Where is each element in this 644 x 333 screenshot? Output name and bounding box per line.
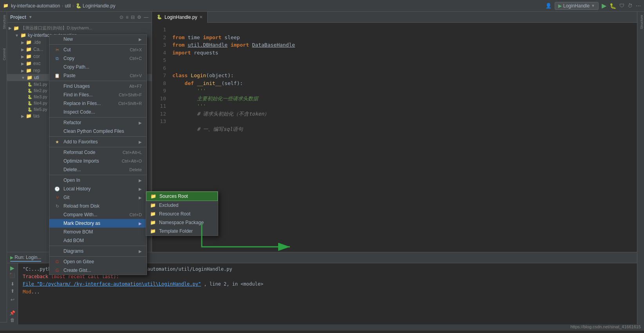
menu-add-favorites[interactable]: ★ Add to Favorites ▶	[49, 138, 147, 146]
scope-icon[interactable]: ⊙	[119, 14, 123, 20]
project-dropdown-icon[interactable]: ▼	[29, 15, 33, 19]
toolbar-right: 👤 ▶ LoginHandle ▼ ▶ 🐛 🛡 ⏱ ⋯	[545, 2, 641, 10]
sources-root-icon: 📁	[150, 194, 156, 199]
tree-root[interactable]: ▶ 📁 【测远接口监控(勿动)】D:/pycharm...	[7, 24, 152, 32]
menu-copy-path[interactable]: Copy Path...	[49, 63, 147, 71]
run-config-selector[interactable]: ▶ LoginHandle ▼	[555, 2, 599, 10]
menu-new[interactable]: New ▶	[49, 35, 147, 43]
menu-optimize-imports[interactable]: Optimize Imports Ctrl+Alt+O	[49, 157, 147, 165]
project-label: Project	[10, 14, 26, 20]
submenu-template-folder[interactable]: 📁 Template Folder	[146, 227, 218, 235]
separator-7	[49, 246, 147, 246]
project-header: Project ▼ ⊙ ≡ ⊟ ⚙ —	[7, 12, 152, 23]
menu-cut[interactable]: ✂ Cut Ctrl+X	[49, 45, 147, 54]
mark-dir-arrow-icon: ▶	[139, 221, 142, 226]
expand-icon[interactable]: ⊟	[131, 14, 135, 20]
menu-find-files[interactable]: Find in Files... Ctrl+Shift+F	[49, 90, 147, 99]
separator-3	[49, 117, 147, 118]
menu-refactor[interactable]: Refactor ▶	[49, 118, 147, 127]
excluded-icon: 📁	[150, 203, 156, 208]
separator-1	[49, 44, 147, 45]
debug-button[interactable]: 🐛	[610, 3, 616, 9]
run-file-link[interactable]: File "D:/pycharm/ /ky-interface-automati…	[23, 281, 201, 287]
favorites-arrow-icon: ▶	[139, 140, 142, 144]
menu-remove-bom[interactable]: Remove BOM	[49, 228, 147, 236]
submenu-namespace-package[interactable]: 📁 Namespace Package	[146, 218, 218, 227]
git-arrow-icon: ▶	[139, 195, 142, 200]
tab-close-icon[interactable]: ✕	[199, 15, 203, 19]
menu-open-in[interactable]: Open In ▶	[49, 176, 147, 185]
run-wrap-icon[interactable]: ↩	[11, 297, 14, 302]
submenu-excluded[interactable]: 📁 Excluded	[146, 201, 218, 210]
more-button[interactable]: ⋯	[636, 3, 641, 9]
separator-4	[49, 136, 147, 137]
menu-copy[interactable]: ⧉ Copy Ctrl+C	[49, 54, 147, 63]
run-line-4: Mod...	[23, 288, 632, 296]
top-bar: 📁 ky-interface-automation › util › 🐍 Log…	[0, 0, 644, 12]
menu-compare-with[interactable]: Compare With... Ctrl+D	[49, 210, 147, 219]
menu-mark-directory[interactable]: Mark Directory as ▶	[49, 219, 147, 228]
collapse-icon[interactable]: ≡	[126, 14, 128, 20]
menu-inspect[interactable]: Inspect Code...	[49, 108, 147, 116]
ky-arrow-icon: ▼	[15, 33, 19, 38]
separator-8	[49, 256, 147, 257]
copy-icon: ⧉	[54, 56, 60, 61]
menu-reformat[interactable]: Reformat Code Ctrl+Alt+L	[49, 148, 147, 157]
root-folder-icon: 📁	[13, 25, 19, 31]
menu-diagrams[interactable]: Diagrams ▶	[49, 247, 147, 255]
run-scroll-down-icon[interactable]: ⬇	[11, 281, 14, 287]
right-structure-icon[interactable]: Structure	[638, 15, 644, 29]
separator-2	[49, 81, 147, 81]
root-label: 【测远接口监控(勿动)】D:/pycharm...	[21, 25, 92, 31]
minimize-icon[interactable]: —	[144, 14, 148, 20]
coverage-button[interactable]: 🛡	[619, 3, 624, 9]
local-history-arrow-icon: ▶	[139, 187, 142, 191]
submenu-resource-root[interactable]: 📁 Resource Root	[146, 210, 218, 218]
reload-icon: ↻	[54, 204, 60, 209]
menu-clean-compiled[interactable]: Clean Python Compiled Files	[49, 127, 147, 136]
run-stop-icon[interactable]: ⬛	[9, 273, 15, 278]
structure-icon[interactable]: Structure	[1, 15, 6, 29]
menu-open-gitee[interactable]: G Open on Gitee	[49, 257, 147, 266]
gitee-gist-icon: G	[54, 268, 60, 273]
run-button[interactable]: ▶	[602, 2, 606, 9]
menu-find-usages[interactable]: Find Usages Alt+F7	[49, 82, 147, 90]
namespace-package-icon: 📁	[150, 220, 156, 225]
breadcrumb-util: util	[65, 3, 71, 9]
diagrams-arrow-icon: ▶	[139, 249, 142, 253]
refactor-arrow-icon: ▶	[139, 121, 142, 125]
run-tab[interactable]: ▶ Run: Login...	[10, 254, 41, 262]
settings-icon[interactable]: ⚙	[137, 14, 141, 20]
menu-reload-disk[interactable]: ↻ Reload from Disk	[49, 202, 147, 210]
breadcrumb-file: 🐍 LoginHandle.py	[76, 3, 116, 9]
menu-delete[interactable]: Delete... Delete	[49, 165, 147, 174]
ky-folder-icon: 📁	[20, 33, 26, 38]
run-scroll-up-icon[interactable]: ⬆	[11, 288, 14, 294]
run-pin-icon[interactable]: 📌	[9, 310, 15, 316]
paste-icon: 📋	[54, 73, 60, 78]
menu-paste[interactable]: 📋 Paste Ctrl+V	[49, 71, 147, 80]
submenu-sources-root[interactable]: 📁 Sources Root	[146, 192, 218, 201]
favorites-icon: ★	[54, 139, 60, 145]
run-play-icon[interactable]: ▶	[10, 265, 14, 271]
editor-tabs: 🐍 LoginHandle.py ✕	[152, 12, 644, 23]
run-trash-icon[interactable]: 🗑	[10, 317, 15, 323]
root-arrow-icon: ▶	[9, 26, 12, 30]
gitee-open-icon: G	[54, 259, 60, 264]
project-folder-icon: 📁	[3, 3, 9, 8]
menu-git[interactable]: ⑂ Git ▶	[49, 193, 147, 202]
new-arrow-icon: ▶	[139, 37, 142, 42]
git-icon: ⑂	[54, 195, 60, 200]
user-icon[interactable]: 👤	[545, 3, 552, 9]
menu-local-history[interactable]: 🕐 Local History ▶	[49, 185, 147, 193]
resource-root-icon: 📁	[150, 211, 156, 217]
open-in-arrow-icon: ▶	[139, 178, 142, 183]
submenu-mark-directory: 📁 Sources Root 📁 Excluded 📁 Resource Roo…	[146, 191, 218, 236]
menu-add-bom[interactable]: Add BOM	[49, 236, 147, 245]
breadcrumb: ky-interface-automation › util › 🐍 Login…	[11, 3, 115, 9]
profile-button[interactable]: ⏱	[628, 3, 633, 9]
commit-icon[interactable]: Commit	[1, 48, 6, 60]
editor-tab-loginhandle[interactable]: 🐍 LoginHandle.py ✕	[152, 12, 208, 23]
menu-replace-files[interactable]: Replace in Files... Ctrl+Shift+R	[49, 99, 147, 108]
menu-create-gist[interactable]: G Create Gist...	[49, 266, 147, 275]
